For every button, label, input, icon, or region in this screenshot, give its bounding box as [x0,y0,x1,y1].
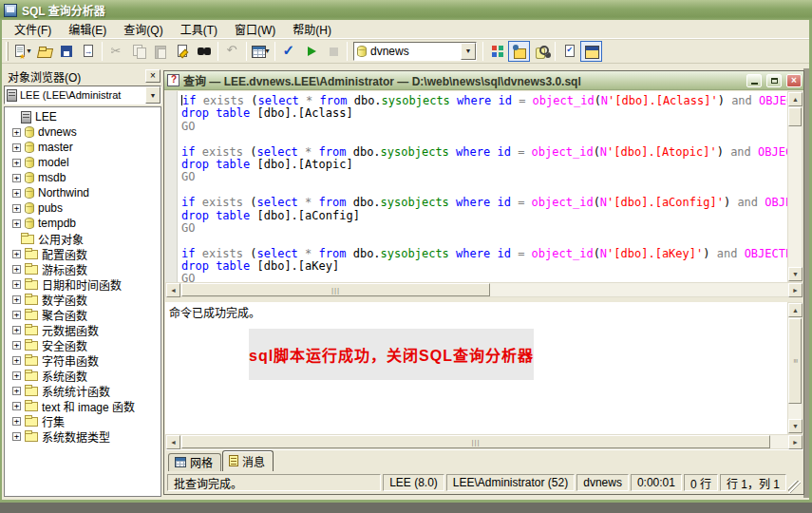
tree-item-dvnews[interactable]: +dvnews [5,124,161,140]
tree-item-行集[interactable]: +行集 [5,413,161,428]
scroll-right-icon[interactable]: ► [788,435,803,449]
expand-icon[interactable]: + [12,356,21,365]
expand-icon[interactable]: + [12,265,21,274]
tree-item-Northwind[interactable]: +Northwind [5,185,161,200]
tree-item-日期和时间函数[interactable]: +日期和时间函数 [5,276,161,292]
window-titlebar[interactable]: SQL 查询分析器 [0,0,812,20]
editor-vscrollbar[interactable]: ▲ ▼ [787,91,803,282]
tree-item-pubs[interactable]: +pubs [5,200,161,216]
expand-icon[interactable]: + [12,311,21,319]
tree-item-msdb[interactable]: +msdb [5,170,161,185]
open-file-button[interactable] [33,41,55,62]
grid-icon [175,457,186,467]
clear-window-button[interactable] [171,41,193,62]
tree-item-数学函数[interactable]: +数学函数 [5,292,161,307]
execute-query-button[interactable] [300,41,322,62]
editor-hscrollbar[interactable]: ◄ ||| ► [165,282,803,297]
tree-item-元数据函数[interactable]: +元数据函数 [5,322,161,337]
scroll-down-icon[interactable]: ▼ [788,267,803,281]
messages-hscroll-thumb[interactable]: ||| [181,435,770,448]
expand-icon[interactable]: + [12,250,21,258]
code-line [181,183,788,196]
execute-mode-button[interactable]: ▼ [250,41,272,62]
scroll-left-icon[interactable]: ◄ [166,283,180,297]
tree-item-系统统计函数[interactable]: +系统统计函数 [5,383,161,398]
expand-icon[interactable]: + [12,417,21,426]
menu-item[interactable]: 查询(Q) [115,19,171,39]
expand-icon[interactable]: + [12,189,21,198]
current-connection-properties-button[interactable] [558,41,580,62]
expand-icon[interactable]: + [12,295,21,304]
sql-code[interactable]: if exists (select * from dbo.sysobjects … [178,91,788,282]
expand-icon[interactable]: + [12,371,21,380]
messages-vscroll-thumb[interactable]: ≡ [788,318,802,404]
expand-icon[interactable]: + [12,432,21,441]
find-button[interactable] [193,41,215,62]
scroll-up-icon[interactable]: ▲ [788,92,803,106]
object-search-button[interactable] [530,41,552,62]
new-query-button[interactable]: ▼ [11,41,33,62]
tree-item-聚合函数[interactable]: +聚合函数 [5,307,161,322]
tree-item-字符串函数[interactable]: +字符串函数 [5,352,161,368]
scroll-left-icon[interactable]: ◄ [166,435,180,449]
tree-item-tempdb[interactable]: +tempdb [5,216,161,231]
expand-icon[interactable]: + [12,280,21,289]
database-combo-dropdown[interactable]: ▼ [461,43,476,60]
expand-icon[interactable]: + [12,341,21,350]
editor-hscroll-thumb[interactable]: ||| [181,283,490,296]
expand-icon[interactable]: + [12,219,21,228]
expand-icon[interactable]: + [12,326,21,334]
object-browser-toggle-button[interactable] [508,41,530,62]
tree-item-游标函数[interactable]: +游标函数 [5,261,161,276]
tree-item-model[interactable]: +model [5,155,161,170]
show-results-pane-button[interactable] [580,41,602,62]
menu-item[interactable]: 工具(T) [172,19,226,39]
tree-item-text-和-image-函数[interactable]: +text 和 image 函数 [5,398,161,413]
menu-item[interactable]: 编辑(E) [60,19,115,39]
expand-icon[interactable]: + [12,402,21,410]
messages-pane[interactable]: 命令已成功完成。 sql脚本运行成功，关闭SQL查询分析器 [165,302,788,434]
menu-item[interactable]: 窗口(W) [226,19,284,39]
expand-icon[interactable]: + [12,143,21,152]
tree-item-LEE[interactable]: LEE [5,109,161,124]
close-panel-button[interactable]: × [145,69,161,83]
display-estimated-plan-button[interactable] [486,41,508,62]
tree-item-master[interactable]: +master [5,140,161,155]
expand-icon[interactable]: + [12,387,21,395]
expand-icon[interactable]: + [12,159,21,167]
tab-messages[interactable]: 消息 [222,450,274,471]
insert-template-button[interactable] [77,41,99,62]
server-combo[interactable]: LEE (LEE\Administrat ▼ [4,86,161,104]
expand-icon[interactable]: + [12,174,21,182]
floppy-icon [59,44,74,59]
sql-editor[interactable]: if exists (select * from dbo.sysobjects … [165,91,788,282]
tree-item-系统函数[interactable]: +系统函数 [5,368,161,383]
query-window-titlebar[interactable]: 查询 — LEE.dvnews.LEE\Administrator — D:\w… [164,71,803,90]
expand-icon[interactable]: + [12,128,21,137]
resize-grip[interactable] [788,481,801,493]
editor-vscroll-thumb[interactable] [788,107,802,126]
close-button[interactable]: × [786,74,802,87]
restore-button[interactable] [766,74,782,87]
tab-grid[interactable]: 网格 [168,453,221,471]
tree-item-安全函数[interactable]: +安全函数 [5,337,161,352]
messages-hscrollbar[interactable]: ◄ ||| ► [165,434,803,449]
menu-item[interactable]: 文件(F) [6,19,60,39]
tree-item-公用对象[interactable]: 公用对象 [5,231,161,246]
minimize-button[interactable] [746,74,762,87]
messages-vscrollbar[interactable]: ▲ ≡ ▼ [787,302,803,434]
scroll-right-icon[interactable]: ► [788,283,803,297]
menu-item[interactable]: 帮助(H) [284,19,340,39]
scroll-up-icon[interactable]: ▲ [788,303,803,317]
tree-item-系统数据类型[interactable]: +系统数据类型 [5,428,161,444]
tree-item-配置函数[interactable]: +配置函数 [5,246,161,261]
expand-icon[interactable]: + [12,204,21,213]
scroll-down-icon[interactable]: ▼ [788,419,803,433]
toolbar-grip[interactable] [6,42,9,61]
save-button[interactable] [55,41,77,62]
object-tree[interactable]: LEE+dvnews+master+model+msdb+Northwind+p… [4,106,161,497]
database-combo[interactable]: dvnews▼ [353,42,477,61]
server-combo-dropdown[interactable]: ▼ [145,86,161,104]
editor-selection-margin[interactable] [165,91,178,282]
parse-query-button[interactable] [278,41,300,62]
